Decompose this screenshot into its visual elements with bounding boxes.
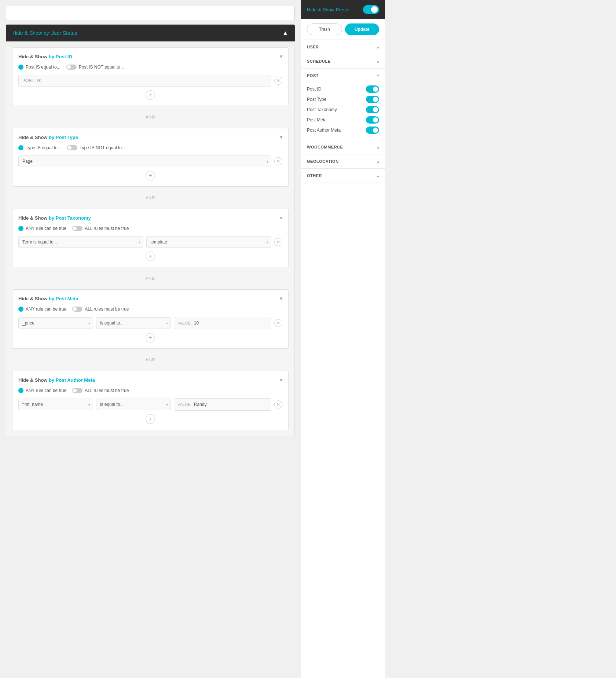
- author-meta-condition-select-wrapper: is equal to... ▾: [96, 399, 171, 410]
- post-type-active-option[interactable]: Type IS equal to...: [18, 145, 61, 150]
- meta-key-select-wrapper: _price ▾: [18, 317, 93, 329]
- post-id-active-dot: [18, 65, 23, 70]
- sidebar-section-schedule: SCHEDULE ▴: [301, 54, 385, 69]
- sidebar: Hide & Show Preset Trash Update USER ▴ S…: [301, 0, 385, 678]
- sidebar-post-chevron: ▾: [377, 73, 379, 78]
- post-id-inactive-option[interactable]: Post IS NOT equal to...: [66, 65, 124, 70]
- post-type-toggle-row: Type IS equal to... Type IS NOT equal to…: [18, 145, 282, 150]
- section-post-meta-title: Hide & Show by Post Meta ▾: [18, 296, 282, 301]
- post-author-meta-input-row: first_name ▾ is equal to... ▾ VALUE: Ran…: [18, 398, 282, 411]
- post-id-add-btn[interactable]: +: [146, 90, 155, 100]
- sections-container: Hide & Show by Post ID ▾ Post IS equal t…: [6, 47, 295, 436]
- sidebar-section-post-header[interactable]: POST ▾: [301, 69, 385, 83]
- sidebar-schedule-label: SCHEDULE: [307, 59, 331, 63]
- meta-condition-select[interactable]: is equal to...: [96, 317, 171, 329]
- section-post-meta: Hide & Show by Post Meta ▾ ANY rule can …: [12, 289, 289, 349]
- post-author-meta-inactive-toggle[interactable]: [72, 388, 82, 393]
- update-button[interactable]: Update: [345, 23, 380, 35]
- post-taxonomy-add-btn[interactable]: +: [146, 252, 155, 261]
- post-taxonomy-active-dot: [18, 226, 23, 231]
- post-type-active-dot: [18, 145, 23, 150]
- post-taxonomy-toggle-row: ANY rule can be true ALL rules must be t…: [18, 226, 282, 231]
- author-meta-value-input: VALUE: Randy: [174, 398, 272, 411]
- sidebar-toggle-post-author-meta[interactable]: [366, 127, 379, 134]
- section-post-type-chevron[interactable]: ▾: [280, 134, 282, 140]
- author-meta-key-select[interactable]: first_name: [18, 399, 93, 410]
- post-type-select[interactable]: Page: [18, 155, 271, 167]
- post-meta-input-row: _price ▾ is equal to... ▾ VALUE: 10 ✕: [18, 317, 282, 329]
- post-taxonomy-inactive-option[interactable]: ALL rules must be true: [72, 226, 129, 231]
- user-status-header: Hide & Show by User Status ▲: [6, 25, 295, 41]
- term-select[interactable]: Term is equal to...: [18, 236, 143, 248]
- post-author-meta-add-btn[interactable]: +: [146, 414, 155, 424]
- header-chevron-up[interactable]: ▲: [282, 30, 288, 36]
- author-meta-condition-select[interactable]: is equal to...: [96, 399, 171, 410]
- term-select-wrapper: Term is equal to... ▾: [18, 236, 143, 248]
- sidebar-woocommerce-chevron: ▴: [377, 144, 379, 150]
- sidebar-section-woocommerce-header[interactable]: WOOCOMMERCE ▴: [301, 140, 385, 154]
- section-post-id-chevron[interactable]: ▾: [280, 54, 282, 59]
- section-post-author-meta-chevron[interactable]: ▾: [280, 377, 282, 383]
- sidebar-section-other: OTHER ▴: [301, 169, 385, 183]
- post-type-add-btn[interactable]: +: [146, 171, 155, 180]
- section-post-meta-chevron[interactable]: ▾: [280, 296, 282, 301]
- post-meta-inactive-toggle[interactable]: [72, 307, 82, 312]
- author-meta-key-select-wrapper: first_name ▾: [18, 399, 93, 410]
- post-meta-add-btn[interactable]: +: [146, 333, 155, 342]
- post-type-close-btn[interactable]: ✕: [274, 157, 282, 165]
- section-post-id-title: Hide & Show by Post ID ▾: [18, 54, 282, 59]
- sidebar-item-post-taxonomy-label: Post Taxonomy: [307, 107, 337, 112]
- post-meta-toggle-row: ANY rule can be true ALL rules must be t…: [18, 307, 282, 312]
- post-type-inactive-toggle[interactable]: [67, 145, 77, 150]
- section-post-type-title: Hide & Show by Post Type ▾: [18, 134, 282, 140]
- post-id-active-option[interactable]: Post IS equal to...: [18, 65, 60, 70]
- post-meta-active-option[interactable]: ANY rule can be true: [18, 307, 66, 312]
- and-2: AND: [6, 193, 294, 203]
- sidebar-toggle-post-type[interactable]: [366, 96, 379, 103]
- meta-key-select[interactable]: _price: [18, 317, 93, 329]
- section-post-taxonomy-chevron[interactable]: ▾: [280, 215, 282, 221]
- post-meta-inactive-option[interactable]: ALL rules must be true: [72, 307, 129, 312]
- post-meta-close-btn[interactable]: ✕: [274, 319, 282, 327]
- post-id-toggle-row: Post IS equal to... Post IS NOT equal to…: [18, 65, 282, 70]
- preset-title-input[interactable]: Geolocation Preset: [6, 6, 295, 20]
- sidebar-item-post-meta-label: Post Meta: [307, 117, 327, 122]
- post-taxonomy-active-option[interactable]: ANY rule can be true: [18, 226, 66, 231]
- post-id-input[interactable]: [18, 75, 271, 87]
- section-post-taxonomy: Hide & Show by Post Taxonomy ▾ ANY rule …: [12, 209, 289, 267]
- sidebar-toggle-post-meta[interactable]: [366, 116, 379, 124]
- taxonomy-value-select[interactable]: template: [146, 236, 271, 248]
- post-meta-active-dot: [18, 307, 23, 312]
- sidebar-toggle-post-id[interactable]: [366, 85, 379, 93]
- section-post-author-meta-title: Hide & Show by Post Author Meta ▾: [18, 377, 282, 383]
- section-post-type: Hide & Show by Post Type ▾ Type IS equal…: [12, 128, 289, 187]
- sidebar-geolocation-chevron: ▴: [377, 159, 379, 164]
- section-post-taxonomy-title: Hide & Show by Post Taxonomy ▾: [18, 215, 282, 221]
- sidebar-item-post-author-meta: Post Author Meta: [307, 125, 379, 135]
- sidebar-item-post-meta: Post Meta: [307, 115, 379, 125]
- post-author-meta-close-btn[interactable]: ✕: [274, 400, 282, 408]
- and-3: AND: [6, 273, 294, 283]
- trash-button[interactable]: Trash: [307, 23, 342, 35]
- post-author-meta-toggle-row: ANY rule can be true ALL rules must be t…: [18, 388, 282, 393]
- sidebar-item-post-id: Post ID: [307, 84, 379, 94]
- section-post-author-meta: Hide & Show by Post Author Meta ▾ ANY ru…: [12, 371, 289, 430]
- post-author-meta-inactive-option[interactable]: ALL rules must be true: [72, 388, 129, 393]
- sidebar-preset-toggle[interactable]: [363, 5, 379, 14]
- post-author-meta-active-option[interactable]: ANY rule can be true: [18, 388, 66, 393]
- sidebar-toggle-post-taxonomy[interactable]: [366, 106, 379, 113]
- sidebar-geolocation-label: GEOLOCATION: [307, 159, 339, 164]
- sidebar-post-items: Post ID Post Type Post Taxonomy Post Met…: [301, 83, 385, 140]
- sidebar-item-post-author-meta-label: Post Author Meta: [307, 128, 341, 133]
- sidebar-section-other-header[interactable]: OTHER ▴: [301, 169, 385, 183]
- sidebar-section-user-header[interactable]: USER ▴: [301, 40, 385, 54]
- post-id-close-btn[interactable]: ✕: [274, 77, 282, 85]
- post-id-inactive-toggle[interactable]: [66, 65, 77, 70]
- post-taxonomy-inactive-toggle[interactable]: [72, 226, 82, 231]
- sidebar-item-post-type: Post Type: [307, 94, 379, 105]
- sidebar-section-schedule-header[interactable]: SCHEDULE ▴: [301, 54, 385, 68]
- post-type-inactive-option[interactable]: Type IS NOT equal to...: [67, 145, 125, 150]
- sidebar-header-title: Hide & Show Preset: [307, 7, 349, 12]
- post-taxonomy-close-btn[interactable]: ✕: [274, 238, 282, 246]
- sidebar-section-geolocation-header[interactable]: GEOLOCATION ▴: [301, 154, 385, 168]
